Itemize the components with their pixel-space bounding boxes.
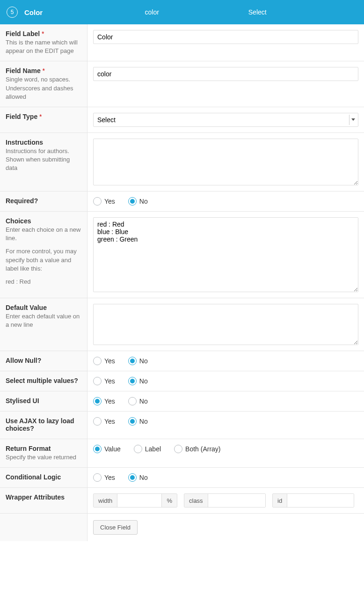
wrapper-id-group: id <box>272 493 354 507</box>
choices-title: Choices <box>6 217 81 225</box>
ajax-yes-radio[interactable]: Yes <box>93 417 115 426</box>
wrapper-width-input[interactable] <box>117 494 161 507</box>
return-both-radio[interactable]: Both (Array) <box>174 445 220 453</box>
wrapper-width-suffix: % <box>161 494 177 507</box>
row-default-value: Default Value Enter each default value o… <box>0 298 364 351</box>
close-field-button[interactable]: Close Field <box>93 520 138 535</box>
row-close: Close Field <box>0 514 364 541</box>
wrapper-class-group: class <box>184 493 266 507</box>
choices-textarea[interactable]: red : Red blue : Blue green : Green <box>93 217 358 292</box>
row-choices: Choices Enter each choice on a new line.… <box>0 212 364 298</box>
instructions-title: Instructions <box>6 139 81 146</box>
row-field-name: Field Name * Single word, no spaces. Und… <box>0 61 364 107</box>
field-type-title: Field Type * <box>6 113 81 120</box>
return-format-desc: Specify the value returned <box>6 453 81 462</box>
wrapper-id-label: id <box>273 494 287 507</box>
field-label-input[interactable] <box>93 30 358 44</box>
conditional-no-radio[interactable]: No <box>128 473 148 482</box>
allow-null-no-radio[interactable]: No <box>128 357 148 365</box>
wrapper-title: Wrapper Attributes <box>6 493 81 501</box>
field-number-circle: 5 <box>7 7 18 18</box>
instructions-textarea[interactable] <box>93 139 358 185</box>
allow-null-title: Allow Null? <box>6 357 81 364</box>
header-field-label: Color <box>24 8 99 16</box>
field-number-cell: 5 <box>0 7 24 18</box>
multiple-no-radio[interactable]: No <box>128 377 148 385</box>
row-stylised: Stylised UI Yes No <box>0 391 364 412</box>
default-value-desc: Enter each default value on a new line <box>6 312 81 329</box>
choices-desc: Enter each choice on a new line. For mor… <box>6 226 81 286</box>
header-field-type: Select <box>205 8 311 16</box>
row-return-format: Return Format Specify the value returned… <box>0 439 364 468</box>
conditional-yes-radio[interactable]: Yes <box>93 473 115 482</box>
wrapper-id-input[interactable] <box>287 494 354 507</box>
default-value-title: Default Value <box>6 304 81 311</box>
field-label-desc: This is the name which will appear on th… <box>6 38 81 55</box>
row-multiple: Select multiple values? Yes No <box>0 371 364 391</box>
wrapper-class-input[interactable] <box>208 494 265 507</box>
conditional-title: Conditional Logic <box>6 473 81 481</box>
return-label-radio[interactable]: Label <box>134 445 161 453</box>
multiple-title: Select multiple values? <box>6 377 81 384</box>
stylised-title: Stylised UI <box>6 397 81 404</box>
wrapper-width-group: width % <box>93 493 177 507</box>
row-required: Required? Yes No <box>0 191 364 212</box>
default-value-textarea[interactable] <box>93 304 358 345</box>
header-field-name: color <box>99 8 205 16</box>
row-conditional: Conditional Logic Yes No <box>0 468 364 488</box>
allow-null-yes-radio[interactable]: Yes <box>93 357 115 365</box>
field-name-title: Field Name * <box>6 67 81 74</box>
ajax-title: Use AJAX to lazy load choices? <box>6 417 81 432</box>
row-instructions: Instructions Instructions for authors. S… <box>0 133 364 191</box>
instructions-desc: Instructions for authors. Shown when sub… <box>6 147 81 173</box>
row-field-label: Field Label * This is the name which wil… <box>0 24 364 61</box>
required-no-radio[interactable]: No <box>128 197 148 206</box>
wrapper-class-label: class <box>184 494 208 507</box>
row-allow-null: Allow Null? Yes No <box>0 351 364 371</box>
row-field-type: Field Type * Select <box>0 107 364 133</box>
field-header[interactable]: 5 Color color Select <box>0 0 364 24</box>
required-title: Required? <box>6 197 81 205</box>
stylised-yes-radio[interactable]: Yes <box>93 397 115 405</box>
wrapper-width-label: width <box>94 494 117 507</box>
return-value-radio[interactable]: Value <box>93 445 121 453</box>
field-name-desc: Single word, no spaces. Underscores and … <box>6 75 81 101</box>
field-label-title: Field Label * <box>6 30 81 37</box>
row-ajax: Use AJAX to lazy load choices? Yes No <box>0 412 364 439</box>
ajax-no-radio[interactable]: No <box>128 417 148 426</box>
field-type-select[interactable]: Select <box>93 113 358 127</box>
required-yes-radio[interactable]: Yes <box>93 197 115 206</box>
field-name-input[interactable] <box>93 67 358 81</box>
row-wrapper: Wrapper Attributes width % class id <box>0 488 364 514</box>
stylised-no-radio[interactable]: No <box>128 397 148 405</box>
multiple-yes-radio[interactable]: Yes <box>93 377 115 385</box>
return-format-title: Return Format <box>6 445 81 452</box>
